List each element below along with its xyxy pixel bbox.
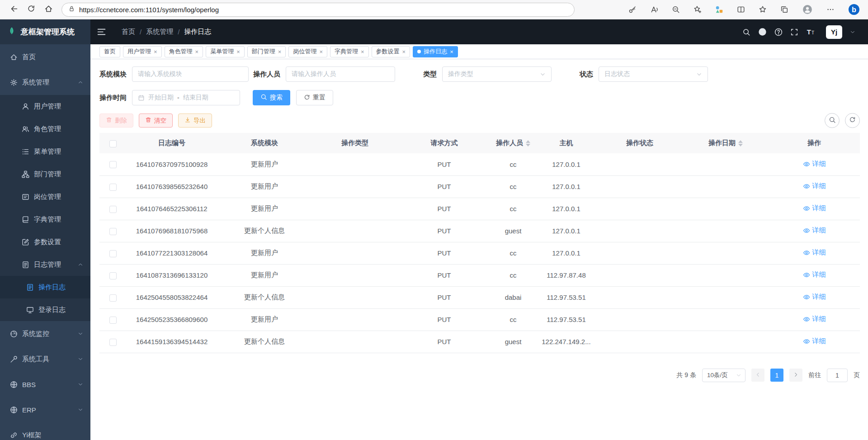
github-icon[interactable] (758, 28, 767, 36)
breadcrumb-item[interactable]: 系统管理 (146, 28, 173, 36)
sidebar-item-roles[interactable]: 角色管理 (0, 118, 90, 140)
goto-page-input[interactable]: 1 (827, 369, 848, 382)
row-checkbox-cell[interactable] (99, 286, 127, 308)
fullscreen-icon[interactable] (790, 28, 798, 36)
search-icon[interactable] (742, 28, 750, 36)
menu-collapse-button[interactable] (97, 27, 106, 37)
detail-link[interactable]: 详细 (803, 204, 826, 213)
row-checkbox[interactable] (109, 161, 117, 168)
breadcrumb-item[interactable]: 首页 (122, 28, 135, 36)
back-button[interactable] (6, 2, 22, 17)
operator-input[interactable]: 请输入操作人员 (286, 66, 395, 82)
row-checkbox[interactable] (109, 228, 117, 235)
sidebar-item-menus[interactable]: 菜单管理 (0, 140, 90, 163)
next-page-button[interactable] (789, 369, 802, 382)
tab-posts[interactable]: 岗位管理× (288, 46, 327, 57)
close-icon[interactable]: × (236, 49, 240, 55)
sidebar-item-depts[interactable]: 部门管理 (0, 163, 90, 185)
tab-users[interactable]: 用户管理× (123, 46, 162, 57)
sidebar-item-bbs[interactable]: BBS (0, 372, 90, 397)
status-select[interactable]: 日志状态 (599, 66, 708, 82)
refresh-button[interactable] (24, 2, 39, 17)
extensions-icon[interactable] (715, 5, 723, 14)
row-checkbox[interactable] (109, 250, 117, 257)
row-checkbox-cell[interactable] (99, 175, 127, 198)
tab-dicts[interactable]: 字典管理× (330, 46, 369, 57)
row-checkbox[interactable] (109, 317, 117, 324)
close-icon[interactable]: × (361, 49, 364, 55)
row-checkbox-cell[interactable] (99, 264, 127, 286)
sidebar-item-operlog[interactable]: 操作日志 (0, 276, 90, 298)
row-checkbox-cell[interactable] (99, 331, 127, 353)
detail-link[interactable]: 详细 (803, 160, 826, 168)
close-icon[interactable]: × (154, 49, 157, 55)
sidebar-item-params[interactable]: 参数设置 (0, 231, 90, 253)
favorites-icon[interactable] (759, 5, 767, 14)
close-icon[interactable]: × (195, 49, 199, 55)
sidebar-item-home[interactable]: 首页 (0, 44, 90, 70)
type-select[interactable]: 操作类型 (442, 66, 552, 82)
clear-button[interactable]: 清空 (139, 114, 173, 128)
split-screen-icon[interactable] (737, 5, 745, 14)
read-aloud-icon[interactable] (650, 5, 658, 14)
date-range-input[interactable]: 开始日期 - 结束日期 (132, 90, 240, 105)
zoom-icon[interactable] (672, 5, 680, 14)
detail-link[interactable]: 详细 (803, 182, 826, 190)
table-refresh-button[interactable] (845, 113, 860, 128)
row-checkbox-cell[interactable] (99, 153, 127, 175)
close-icon[interactable]: × (450, 49, 453, 55)
collections-icon[interactable] (780, 5, 788, 14)
module-input[interactable]: 请输入系统模块 (132, 66, 249, 82)
chevron-down-icon[interactable] (850, 29, 855, 35)
sidebar-item-posts[interactable]: 岗位管理 (0, 185, 90, 208)
tab-home[interactable]: 首页 (99, 46, 120, 57)
row-checkbox[interactable] (109, 206, 117, 213)
sidebar-item-yi-framework[interactable]: Yi框架 (0, 422, 90, 440)
address-bar[interactable]: https://ccnetcore.com:1101/system/log/op… (61, 3, 575, 17)
row-checkbox-cell[interactable] (99, 242, 127, 264)
close-icon[interactable]: × (402, 49, 406, 55)
detail-link[interactable]: 详细 (803, 226, 826, 235)
sidebar-item-logs[interactable]: 日志管理 (0, 253, 90, 276)
table-search-button[interactable] (825, 113, 840, 128)
user-avatar[interactable]: Yj (826, 25, 842, 39)
font-size-icon[interactable]: TT (806, 28, 815, 36)
sort-icon[interactable] (738, 140, 743, 147)
row-checkbox-cell[interactable] (99, 308, 127, 331)
password-key-icon[interactable] (628, 5, 637, 14)
sidebar-item-dicts[interactable]: 字典管理 (0, 208, 90, 231)
export-button[interactable]: 导出 (178, 114, 212, 128)
sidebar-item-loginlog[interactable]: 登录日志 (0, 298, 90, 321)
row-checkbox[interactable] (109, 294, 117, 302)
detail-link[interactable]: 详细 (803, 315, 826, 323)
close-icon[interactable]: × (319, 49, 323, 55)
select-all-checkbox[interactable] (99, 133, 127, 153)
home-button[interactable] (41, 2, 56, 17)
detail-link[interactable]: 详细 (803, 248, 826, 257)
row-checkbox[interactable] (109, 272, 117, 279)
sidebar-item-erp[interactable]: ERP (0, 397, 90, 422)
column-header[interactable]: 操作人员 (491, 133, 536, 153)
row-checkbox[interactable] (109, 184, 117, 191)
page-number-current[interactable]: 1 (770, 369, 783, 382)
column-header[interactable]: 操作日期 (683, 133, 769, 153)
prev-page-button[interactable] (751, 369, 764, 382)
row-checkbox-cell[interactable] (99, 198, 127, 220)
row-checkbox[interactable] (109, 339, 117, 346)
sidebar-item-tools[interactable]: 系统工具 (0, 346, 90, 372)
sidebar-item-monitoring[interactable]: 系统监控 (0, 321, 90, 346)
sidebar-item-users[interactable]: 用户管理 (0, 95, 90, 118)
favorites-add-icon[interactable] (693, 5, 702, 14)
page-size-select[interactable]: 10条/页 (702, 369, 745, 382)
sort-icon[interactable] (526, 140, 530, 147)
reset-button[interactable]: 重置 (296, 90, 333, 105)
tab-params[interactable]: 参数设置× (372, 46, 410, 57)
row-checkbox-cell[interactable] (99, 220, 127, 242)
help-icon[interactable] (774, 28, 783, 36)
sidebar-item-system[interactable]: 系统管理 (0, 70, 90, 95)
search-button[interactable]: 搜索 (253, 90, 290, 105)
detail-link[interactable]: 详细 (803, 293, 826, 301)
close-icon[interactable]: × (278, 49, 282, 55)
tab-roles[interactable]: 角色管理× (165, 46, 203, 57)
detail-link[interactable]: 详细 (803, 337, 826, 345)
